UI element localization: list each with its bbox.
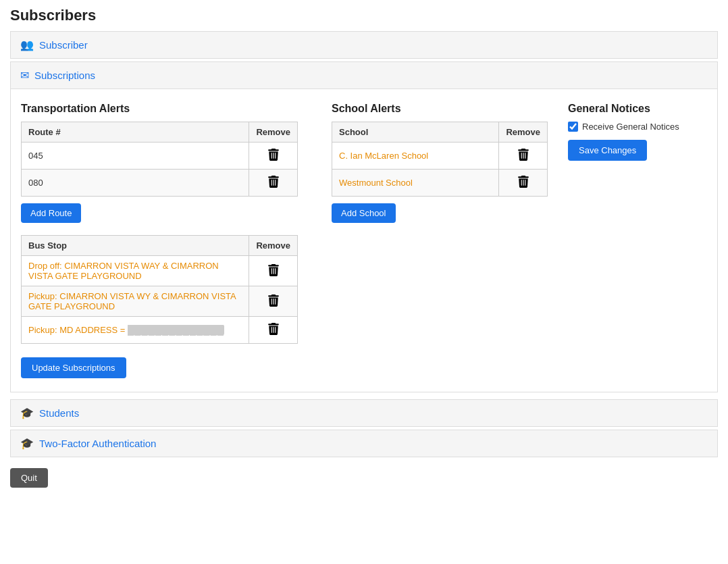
subscriptions-header[interactable]: ✉ Subscriptions: [11, 62, 717, 88]
school-name-link[interactable]: C. Ian McLaren School: [339, 151, 428, 161]
redacted-text: ██████████████: [128, 325, 224, 335]
school-name: C. Ian McLaren School: [332, 143, 499, 170]
save-changes-button[interactable]: Save Changes: [568, 140, 647, 161]
subscriber-header[interactable]: 👥 Subscriber: [11, 32, 717, 58]
remove-col-header: Remove: [249, 122, 298, 143]
remove-col: [249, 143, 298, 170]
bus-stop-name: Pickup: CIMARRON VISTA WY & CIMARRON VIS…: [22, 286, 249, 317]
bus-stop-table: Bus Stop Remove Drop off: CIMARRON VISTA…: [21, 235, 298, 344]
table-row: Drop off: CIMARRON VISTA WAY & CIMARRON …: [22, 256, 298, 286]
students-label: Students: [39, 407, 79, 419]
remove-col: [249, 317, 298, 344]
table-row: Pickup: CIMARRON VISTA WY & CIMARRON VIS…: [22, 286, 298, 317]
two-factor-label: Two-Factor Authentication: [39, 438, 156, 449]
table-row: Pickup: MD ADDRESS = ██████████████: [22, 317, 298, 344]
quit-button[interactable]: Quit: [10, 468, 48, 488]
remove-stop-button[interactable]: [267, 322, 280, 338]
add-route-button[interactable]: Add Route: [21, 203, 81, 223]
school-name: Westmount School: [332, 170, 499, 197]
school-section: School Alerts School Remove C. Ian McLar…: [332, 103, 548, 223]
transportation-title: Transportation Alerts: [21, 103, 311, 115]
receive-notices-label: Receive General Notices: [582, 122, 679, 132]
subscriptions-accordion: ✉ Subscriptions Transportation Alerts Ro…: [10, 61, 718, 392]
route-id: 080: [22, 170, 249, 197]
table-row: C. Ian McLaren School: [332, 143, 548, 170]
receive-notices-row: Receive General Notices: [568, 122, 703, 132]
two-factor-icon: 🎓: [20, 437, 34, 450]
school-remove-col-header: Remove: [499, 122, 548, 143]
bus-stop-link[interactable]: Pickup: CIMARRON VISTA WY & CIMARRON VIS…: [28, 291, 236, 311]
table-row: 080: [22, 170, 298, 197]
route-table: Route # Remove 045 080: [21, 122, 298, 197]
receive-general-notices-checkbox[interactable]: [568, 122, 578, 132]
table-row: Westmount School: [332, 170, 548, 197]
subscriber-label: Subscriber: [39, 39, 88, 51]
route-col-header: Route #: [22, 122, 249, 143]
remove-school-button[interactable]: [517, 147, 530, 164]
subscriptions-icon: ✉: [20, 69, 29, 82]
remove-school-col: [499, 143, 548, 170]
bus-stop-col-header: Bus Stop: [22, 236, 249, 256]
route-id: 045: [22, 143, 249, 170]
students-icon: 🎓: [20, 407, 34, 419]
page-title: Subscribers: [10, 7, 718, 24]
remove-col-header-2: Remove: [249, 236, 298, 256]
remove-stop-button[interactable]: [267, 293, 280, 310]
students-header[interactable]: 🎓 Students: [11, 400, 717, 426]
subscriptions-label: Subscriptions: [34, 70, 95, 81]
subscriber-icon: 👥: [20, 39, 34, 51]
subscriptions-content: Transportation Alerts Route # Remove 045: [11, 88, 717, 392]
transportation-section: Transportation Alerts Route # Remove 045: [21, 103, 311, 378]
update-subscriptions-button[interactable]: Update Subscriptions: [21, 357, 126, 378]
remove-school-button[interactable]: [517, 174, 530, 191]
remove-school-col: [499, 170, 548, 197]
sections-row: Transportation Alerts Route # Remove 045: [21, 103, 707, 378]
school-name-link[interactable]: Westmount School: [339, 178, 413, 188]
school-title: School Alerts: [332, 103, 548, 115]
remove-stop-button[interactable]: [267, 263, 280, 280]
bus-stop-name: Pickup: MD ADDRESS = ██████████████: [22, 317, 249, 344]
general-notices-section: General Notices Receive General Notices …: [568, 103, 703, 161]
subscriber-accordion: 👥 Subscriber: [10, 31, 718, 59]
school-col-header: School: [332, 122, 499, 143]
school-table: School Remove C. Ian McLaren School West…: [332, 122, 548, 197]
bus-stop-name: Drop off: CIMARRON VISTA WAY & CIMARRON …: [22, 256, 249, 286]
add-school-button[interactable]: Add School: [332, 203, 396, 223]
page-container: Subscribers 👥 Subscriber ✉ Subscriptions…: [0, 0, 728, 494]
two-factor-accordion: 🎓 Two-Factor Authentication: [10, 430, 718, 457]
general-notices-title: General Notices: [568, 103, 703, 115]
two-factor-header[interactable]: 🎓 Two-Factor Authentication: [11, 430, 717, 457]
remove-route-button[interactable]: [267, 147, 280, 164]
bus-stop-link[interactable]: Pickup: MD ADDRESS =: [28, 325, 128, 335]
students-accordion: 🎓 Students: [10, 399, 718, 427]
table-row: 045: [22, 143, 298, 170]
remove-col: [249, 170, 298, 197]
remove-route-button[interactable]: [267, 174, 280, 191]
bus-stop-link[interactable]: Drop off: CIMARRON VISTA WAY & CIMARRON …: [28, 261, 219, 281]
remove-col: [249, 256, 298, 286]
remove-col: [249, 286, 298, 317]
